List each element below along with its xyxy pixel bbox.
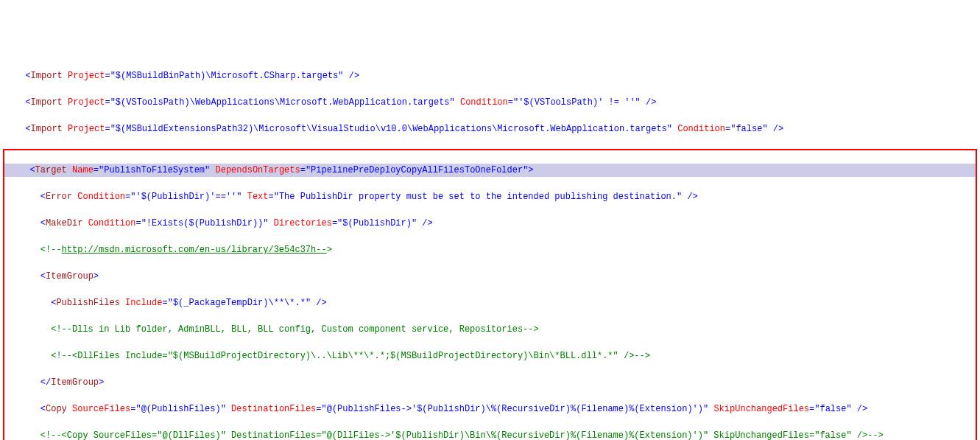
code-line-comment: <!--<Copy SourceFiles="@(DllFiles)" Dest…	[4, 429, 976, 440]
code-line: <PublishFiles Include="$(_PackageTempDir…	[4, 296, 976, 310]
code-block: <Import Project="$(MSBuildBinPath)\Micro…	[0, 53, 980, 440]
code-line: </ItemGroup>	[4, 376, 976, 389]
code-line-comment: <!--Dlls in Lib folder, AdminBLL, BLL, B…	[4, 323, 976, 336]
code-line: <Error Condition="'$(PublishDir)'==''" T…	[4, 190, 976, 203]
code-line: <ItemGroup>	[4, 270, 976, 283]
code-line: <Copy SourceFiles="@(PublishFiles)" Dest…	[4, 402, 976, 416]
code-line: <MakeDir Condition="!Exists($(PublishDir…	[4, 217, 976, 230]
code-line: <Import Project="$(MSBuildExtensionsPath…	[0, 122, 980, 136]
code-line-comment: <!--http://msdn.microsoft.com/en-us/libr…	[4, 243, 976, 256]
comment-link[interactable]: http://msdn.microsoft.com/en-us/library/…	[62, 245, 327, 255]
code-line: <Import Project="$(MSBuildBinPath)\Micro…	[0, 69, 980, 83]
code-line: <Import Project="$(VSToolsPath)\WebAppli…	[0, 96, 980, 109]
code-line-target-open: <Target Name="PublishToFileSystem" Depen…	[4, 164, 976, 177]
code-line-comment: <!--<DllFiles Include="$(MSBuildProjectD…	[4, 349, 976, 363]
highlighted-region: <Target Name="PublishToFileSystem" Depen…	[3, 149, 977, 440]
